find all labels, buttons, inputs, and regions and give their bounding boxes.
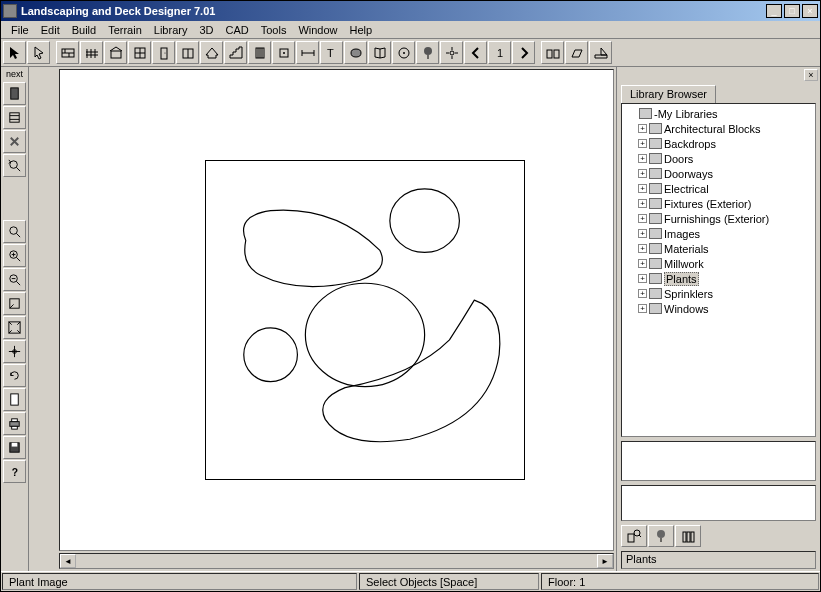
fullscreen-icon[interactable] <box>3 316 26 339</box>
plant-tool[interactable] <box>416 41 439 64</box>
drawing-canvas[interactable] <box>59 69 614 551</box>
text-tool[interactable]: T <box>320 41 343 64</box>
tree-item-doorways[interactable]: +Doorways <box>624 166 813 181</box>
expand-icon[interactable]: + <box>638 169 647 178</box>
menu-library[interactable]: Library <box>148 23 194 37</box>
expand-icon[interactable]: + <box>638 274 647 283</box>
close-button[interactable]: × <box>802 4 818 18</box>
expand-icon[interactable]: + <box>638 289 647 298</box>
maximize-button[interactable]: □ <box>784 4 800 18</box>
dimension-tool[interactable] <box>296 41 319 64</box>
menu-terrain[interactable]: Terrain <box>102 23 148 37</box>
expand-icon[interactable]: + <box>638 229 647 238</box>
stairs-tool[interactable] <box>224 41 247 64</box>
tree-item-doors[interactable]: +Doors <box>624 151 813 166</box>
tree-root[interactable]: -My Libraries <box>624 106 813 121</box>
print-icon[interactable] <box>3 412 26 435</box>
pan-icon[interactable] <box>3 292 26 315</box>
expand-icon[interactable]: + <box>638 139 647 148</box>
horizontal-scrollbar[interactable]: ◄ ► <box>59 553 614 569</box>
help-icon[interactable]: ? <box>3 460 26 483</box>
refresh-icon[interactable] <box>3 364 26 387</box>
lib-books-icon[interactable] <box>675 525 701 547</box>
perspective-tool[interactable] <box>565 41 588 64</box>
library-tree[interactable]: -My Libraries +Architectural Blocks +Bac… <box>621 103 816 437</box>
next-label: next <box>1 69 28 81</box>
tree-item-fixtures[interactable]: +Fixtures (Exterior) <box>624 196 813 211</box>
svg-rect-76 <box>691 532 694 542</box>
tree-item-sprinklers[interactable]: +Sprinklers <box>624 286 813 301</box>
next-button[interactable] <box>512 41 535 64</box>
electrical-tool[interactable] <box>272 41 295 64</box>
book-tool[interactable] <box>368 41 391 64</box>
roof-tool[interactable] <box>200 41 223 64</box>
zoom-in-icon[interactable] <box>3 244 26 267</box>
menu-cad[interactable]: CAD <box>219 23 254 37</box>
scroll-left-icon[interactable]: ◄ <box>60 554 76 568</box>
svg-point-45 <box>10 227 18 235</box>
tree-item-windows[interactable]: +Windows <box>624 301 813 316</box>
door-icon[interactable] <box>3 82 26 105</box>
save-icon[interactable] <box>3 436 26 459</box>
camera-tool[interactable] <box>589 41 612 64</box>
page-icon[interactable] <box>3 388 26 411</box>
expand-icon[interactable]: + <box>638 124 647 133</box>
panel-close-icon[interactable]: × <box>804 69 818 81</box>
folder-icon <box>649 198 662 209</box>
menu-file[interactable]: File <box>5 23 35 37</box>
tree-item-images[interactable]: +Images <box>624 226 813 241</box>
grid-icon[interactable] <box>3 106 26 129</box>
tree-item-millwork[interactable]: +Millwork <box>624 256 813 271</box>
folder-icon <box>649 153 662 164</box>
disc-tool[interactable] <box>392 41 415 64</box>
menu-window[interactable]: Window <box>292 23 343 37</box>
select-tool[interactable] <box>3 41 26 64</box>
minimize-button[interactable]: _ <box>766 4 782 18</box>
page-indicator[interactable]: 1 <box>488 41 511 64</box>
menu-3d[interactable]: 3D <box>193 23 219 37</box>
structure-tool[interactable] <box>104 41 127 64</box>
expand-icon[interactable]: + <box>638 244 647 253</box>
expand-icon[interactable]: + <box>638 304 647 313</box>
delete-icon[interactable] <box>3 130 26 153</box>
folder-icon <box>649 243 662 254</box>
tree-item-furnishings[interactable]: +Furnishings (Exterior) <box>624 211 813 226</box>
scroll-right-icon[interactable]: ► <box>597 554 613 568</box>
svg-rect-60 <box>10 422 19 427</box>
fence-tool[interactable] <box>80 41 103 64</box>
folder-icon <box>649 228 662 239</box>
elevation-tool[interactable] <box>541 41 564 64</box>
zoom-out-icon[interactable] <box>3 268 26 291</box>
tree-item-backdrops[interactable]: +Backdrops <box>624 136 813 151</box>
expand-icon[interactable]: + <box>638 154 647 163</box>
pointer-tool[interactable] <box>27 41 50 64</box>
lens-icon[interactable] <box>3 154 26 177</box>
panel-titlebar: × <box>617 67 820 83</box>
prev-button[interactable] <box>464 41 487 64</box>
menu-help[interactable]: Help <box>344 23 379 37</box>
wall-tool[interactable] <box>56 41 79 64</box>
center-icon[interactable] <box>3 340 26 363</box>
column-tool[interactable] <box>248 41 271 64</box>
tree-item-plants[interactable]: +Plants <box>624 271 813 286</box>
region-tool[interactable] <box>344 41 367 64</box>
lib-search-icon[interactable] <box>621 525 647 547</box>
tree-item-materials[interactable]: +Materials <box>624 241 813 256</box>
svg-point-44 <box>10 161 18 169</box>
expand-icon[interactable]: + <box>638 214 647 223</box>
expand-icon[interactable]: + <box>638 184 647 193</box>
zoom-fit-icon[interactable] <box>3 220 26 243</box>
sprinkler-tool[interactable] <box>440 41 463 64</box>
tree-item-electrical[interactable]: +Electrical <box>624 181 813 196</box>
lib-plant-icon[interactable] <box>648 525 674 547</box>
tree-item-architectural-blocks[interactable]: +Architectural Blocks <box>624 121 813 136</box>
menu-tools[interactable]: Tools <box>255 23 293 37</box>
tab-library-browser[interactable]: Library Browser <box>621 85 716 103</box>
expand-icon[interactable]: + <box>638 259 647 268</box>
window-tool[interactable] <box>128 41 151 64</box>
door-tool[interactable] <box>152 41 175 64</box>
menu-edit[interactable]: Edit <box>35 23 66 37</box>
cabinet-tool[interactable] <box>176 41 199 64</box>
expand-icon[interactable]: + <box>638 199 647 208</box>
menu-build[interactable]: Build <box>66 23 102 37</box>
